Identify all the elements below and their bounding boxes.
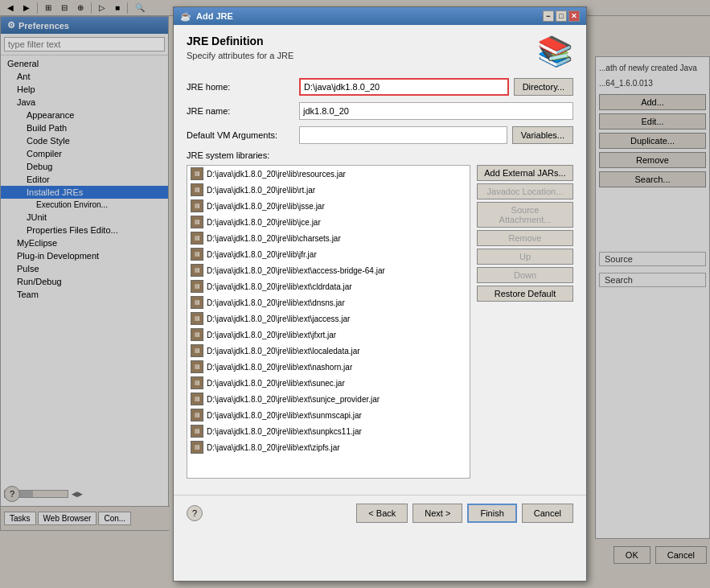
library-path: D:\java\jdk1.8.0_20\jre\lib\ext\cldrdata… — [207, 282, 352, 291]
modal-footer: ? < Back Next > Finish Cancel — [174, 495, 586, 531]
footer-left: ? — [187, 505, 203, 521]
dialog-icon: ☕ — [180, 11, 191, 22]
library-item[interactable]: ▤D:\java\jdk1.8.0_20\jre\lib\ext\sunec.j… — [187, 375, 470, 391]
library-path: D:\java\jdk1.8.0_20\jre\lib\ext\zipfs.ja… — [207, 443, 340, 452]
modal-overlay: ☕ Add JRE − □ ✕ JRE Definition Specify a… — [0, 0, 710, 588]
jar-icon: ▤ — [191, 280, 203, 293]
library-path: D:\java\jdk1.8.0_20\jre\lib\ext\sunjce_p… — [207, 395, 380, 404]
library-path: D:\java\jdk1.8.0_20\jre\lib\ext\sunec.ja… — [207, 379, 345, 388]
library-item[interactable]: ▤D:\java\jdk1.8.0_20\jre\lib\rt.jar — [187, 182, 470, 198]
library-item[interactable]: ▤D:\java\jdk1.8.0_20\jre\lib\ext\nashorn… — [187, 359, 470, 375]
help-icon[interactable]: ? — [187, 505, 203, 521]
jre-name-input[interactable] — [299, 102, 573, 120]
jar-icon: ▤ — [191, 264, 203, 277]
javadoc-location-btn[interactable]: Javadoc Location... — [477, 183, 573, 199]
library-item[interactable]: ▤D:\java\jdk1.8.0_20\jre\lib\ext\cldrdat… — [187, 278, 470, 294]
library-path: D:\java\jdk1.8.0_20\jre\lib\ext\localeda… — [207, 347, 360, 356]
jar-icon: ▤ — [191, 183, 203, 196]
jar-icon: ▤ — [191, 296, 203, 309]
modal-header: JRE Definition Specify attributes for a … — [187, 35, 573, 68]
modal-subtitle: Specify attributes for a JRE — [187, 51, 293, 60]
library-path: D:\java\jdk1.8.0_20\jre\lib\ext\jaccess.… — [207, 315, 350, 323]
jar-icon: ▤ — [191, 409, 203, 421]
add-jre-dialog: ☕ Add JRE − □ ✕ JRE Definition Specify a… — [173, 6, 587, 582]
jar-icon: ▤ — [191, 167, 203, 180]
footer-right: < Back Next > Finish Cancel — [356, 504, 573, 523]
modal-title: JRE Definition — [187, 35, 293, 47]
library-path: D:\java\jdk1.8.0_20\jre\lib\charsets.jar — [207, 234, 341, 243]
library-item[interactable]: ▤D:\java\jdk1.8.0_20\jre\lib\jsse.jar — [187, 198, 470, 214]
library-item[interactable]: ▤D:\java\jdk1.8.0_20\jre\lib\ext\access-… — [187, 262, 470, 278]
remove-lib-btn[interactable]: Remove — [477, 230, 573, 246]
library-path: D:\java\jdk1.8.0_20\jre\lib\ext\access-b… — [207, 266, 385, 275]
libraries-list[interactable]: ▤D:\java\jdk1.8.0_20\jre\lib\resources.j… — [187, 165, 470, 479]
library-path: D:\java\jdk1.8.0_20\jre\lib\resources.ja… — [207, 170, 346, 179]
jre-name-label: JRE name: — [187, 106, 299, 116]
library-item[interactable]: ▤D:\java\jdk1.8.0_20\jre\lib\resources.j… — [187, 166, 470, 182]
library-item[interactable]: ▤D:\java\jdk1.8.0_20\jre\lib\ext\jaccess… — [187, 310, 470, 327]
library-path: D:\java\jdk1.8.0_20\jre\lib\ext\jfxrt.ja… — [207, 331, 336, 339]
modal-content: JRE Definition Specify attributes for a … — [174, 25, 586, 488]
finish-btn[interactable]: Finish — [467, 504, 516, 523]
titlebar-controls: − □ ✕ — [543, 10, 580, 22]
library-item[interactable]: ▤D:\java\jdk1.8.0_20\jre\lib\ext\jfxrt.j… — [187, 327, 470, 343]
library-path: D:\java\jdk1.8.0_20\jre\lib\jsse.jar — [207, 202, 325, 211]
jar-icon: ▤ — [191, 216, 203, 228]
restore-default-btn[interactable]: Restore Default — [477, 286, 573, 302]
jar-icon: ▤ — [191, 441, 203, 454]
modal-header-text: JRE Definition Specify attributes for a … — [187, 35, 293, 60]
library-item[interactable]: ▤D:\java\jdk1.8.0_20\jre\lib\jce.jar — [187, 214, 470, 230]
jre-name-row: JRE name: — [187, 102, 573, 120]
jar-icon: ▤ — [191, 376, 203, 389]
library-path: D:\java\jdk1.8.0_20\jre\lib\ext\sunmscap… — [207, 411, 362, 420]
directory-btn[interactable]: Directory... — [514, 78, 573, 96]
default-vm-row: Default VM Arguments: Variables... — [187, 126, 573, 144]
library-item[interactable]: ▤D:\java\jdk1.8.0_20\jre\lib\ext\dnsns.j… — [187, 294, 470, 310]
library-path: D:\java\jdk1.8.0_20\jre\lib\ext\nashorn.… — [207, 363, 352, 372]
source-attachment-btn[interactable]: Source Attachment... — [477, 202, 573, 228]
cancel-btn[interactable]: Cancel — [522, 504, 573, 523]
jar-icon: ▤ — [191, 232, 203, 245]
library-item[interactable]: ▤D:\java\jdk1.8.0_20\jre\lib\ext\sunjce_… — [187, 391, 470, 407]
jre-home-row: JRE home: Directory... — [187, 78, 573, 96]
modal-titlebar: ☕ Add JRE − □ ✕ — [174, 7, 586, 25]
library-path: D:\java\jdk1.8.0_20\jre\lib\rt.jar — [207, 186, 315, 195]
jar-icon: ▤ — [191, 393, 203, 405]
default-vm-label: Default VM Arguments: — [187, 130, 299, 140]
jar-icon: ▤ — [191, 248, 203, 261]
back-btn[interactable]: < Back — [356, 504, 408, 523]
up-btn[interactable]: Up — [477, 249, 573, 265]
minimize-btn[interactable]: − — [543, 10, 554, 22]
close-btn[interactable]: ✕ — [568, 10, 580, 22]
jar-icon: ▤ — [191, 360, 203, 373]
library-path: D:\java\jdk1.8.0_20\jre\lib\jce.jar — [207, 218, 321, 227]
library-item[interactable]: ▤D:\java\jdk1.8.0_20\jre\lib\ext\zipfs.j… — [187, 439, 470, 455]
next-btn[interactable]: Next > — [412, 504, 462, 523]
jar-icon: ▤ — [191, 344, 203, 357]
jar-icon: ▤ — [191, 312, 203, 325]
add-external-jars-btn[interactable]: Add External JARs... — [477, 165, 573, 181]
system-libraries-label: JRE system libraries: — [187, 150, 573, 160]
jre-home-label: JRE home: — [187, 82, 299, 92]
library-item[interactable]: ▤D:\java\jdk1.8.0_20\jre\lib\ext\localed… — [187, 343, 470, 359]
jre-home-input[interactable] — [299, 78, 509, 96]
library-item[interactable]: ▤D:\java\jdk1.8.0_20\jre\lib\jfr.jar — [187, 246, 470, 262]
libraries-container: ▤D:\java\jdk1.8.0_20\jre\lib\resources.j… — [187, 165, 573, 479]
library-path: D:\java\jdk1.8.0_20\jre\lib\ext\dnsns.ja… — [207, 298, 345, 307]
library-path: D:\java\jdk1.8.0_20\jre\lib\ext\sunpkcs1… — [207, 427, 362, 436]
dialog-title: Add JRE — [196, 11, 233, 21]
default-vm-input[interactable] — [299, 126, 507, 144]
down-btn[interactable]: Down — [477, 267, 573, 283]
library-item[interactable]: ▤D:\java\jdk1.8.0_20\jre\lib\ext\sunmsca… — [187, 407, 470, 423]
library-path: D:\java\jdk1.8.0_20\jre\lib\jfr.jar — [207, 250, 317, 259]
variables-btn[interactable]: Variables... — [512, 126, 573, 144]
jar-icon: ▤ — [191, 425, 203, 438]
jar-icon: ▤ — [191, 328, 203, 341]
library-item[interactable]: ▤D:\java\jdk1.8.0_20\jre\lib\charsets.ja… — [187, 230, 470, 246]
library-buttons: Add External JARs... Javadoc Location...… — [477, 165, 573, 479]
jar-icon: ▤ — [191, 199, 203, 212]
jre-books-icon: 📚 — [537, 35, 573, 68]
maximize-btn[interactable]: □ — [556, 10, 567, 22]
library-item[interactable]: ▤D:\java\jdk1.8.0_20\jre\lib\ext\sunpkcs… — [187, 423, 470, 439]
